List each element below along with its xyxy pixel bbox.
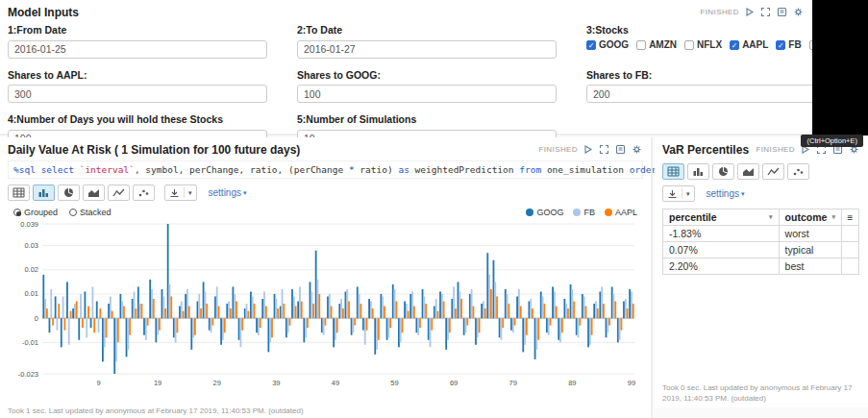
shortcut-tooltip: (Ctrl+Option+E) [801,135,863,147]
divider [682,188,682,199]
play-icon[interactable] [583,144,594,156]
bar-chart-area: 0.0390.030.020.010-0.01-0.02391929394959… [8,218,643,393]
paragraph-footer: Took 0 sec. Last updated by anonymous at… [662,383,860,405]
svg-text:19: 19 [154,379,161,387]
viz-table-button[interactable] [8,184,30,201]
viz-bar-chart-button[interactable] [687,163,709,180]
viz-table-button[interactable] [662,163,684,180]
svg-text:39: 39 [272,379,280,387]
stock-label: NFLX [697,39,722,50]
svg-text:99: 99 [628,379,635,387]
viz-line-chart-button[interactable] [762,163,784,180]
stock-checkbox-fb[interactable]: ✓FB [776,39,801,50]
caret-down-icon: ▾ [741,190,745,198]
chart-legend: GOOGFBAAPL [526,208,637,217]
table-cell [841,258,858,275]
svg-text:89: 89 [568,379,576,387]
legend-item-fb[interactable]: FB [573,208,595,217]
status-badge: FINISHED [700,8,739,16]
stock-label: AMZN [649,39,677,50]
var-bar-chart: 0.0390.030.020.010-0.01-0.02391929394959… [8,218,640,389]
settings-dropdown[interactable]: settings ▾ [707,188,745,199]
viz-line-chart-button[interactable] [108,184,130,201]
fullscreen-icon[interactable] [599,144,610,156]
gear-icon[interactable] [793,7,805,18]
bar-mode-radios: Grouped Stacked [13,208,112,217]
legend-label: GOOG [536,208,563,217]
grouped-radio[interactable]: Grouped [13,208,58,217]
table-cell [841,242,858,258]
svg-text:0.03: 0.03 [24,241,38,250]
shares-fb-input[interactable] [586,85,846,103]
svg-text:0.01: 0.01 [24,289,38,298]
viz-pie-chart-button[interactable] [58,184,80,201]
viz-area-chart-button[interactable] [83,184,105,201]
download-button[interactable]: ▾ [662,185,695,202]
column-header-outcome[interactable]: outcome▾ [779,209,841,226]
page-title: Model Inputs [8,6,79,19]
download-button[interactable]: ▾ [164,184,197,201]
stock-checkbox-aapl[interactable]: ✓AAPL [730,39,768,50]
grouped-label: Grouped [24,208,58,217]
editor-icon[interactable] [777,7,788,18]
radio-selected-icon [13,209,21,216]
paragraph-footer: Took 1 sec. Last updated by anonymous at… [8,406,304,415]
legend-item-goog[interactable]: GOOG [526,208,563,217]
viz-scatter-chart-button[interactable] [787,163,809,180]
legend-dot-icon [605,209,612,216]
caret-down-icon: ▾ [188,189,192,197]
settings-dropdown[interactable]: settings ▾ [209,187,247,198]
viz-area-chart-button[interactable] [737,163,759,180]
svg-text:49: 49 [332,379,339,387]
divider [184,187,185,198]
shares-goog-input[interactable] [297,85,557,103]
sims-label: 5:Number of Simulations [297,113,571,125]
shares-goog-label: Shares to GOOG: [297,69,571,81]
status-badge: FINISHED [538,145,578,154]
viz-bar-chart-button[interactable] [33,184,55,201]
table-header-row: percentile▾outcome▾≡ [663,209,859,226]
editor-icon[interactable] [615,144,627,156]
fullscreen-icon[interactable] [760,7,772,18]
table-cell: -1.83% [663,226,780,242]
percentiles-table: percentile▾outcome▾≡-1.83%worst0.07%typi… [662,209,859,275]
visualization-toolbar [662,163,860,180]
caret-down-icon: ▾ [686,190,690,198]
from-date-input[interactable] [8,40,267,59]
svg-text:69: 69 [450,379,458,387]
sort-caret-icon[interactable]: ▾ [769,213,773,221]
viz-pie-chart-button[interactable] [712,163,734,180]
shares-aapl-input[interactable] [8,85,267,103]
checkbox-icon [636,40,646,50]
stock-checkbox-nflx[interactable]: NFLX [684,39,722,50]
stacked-label: Stacked [80,208,112,217]
svg-text:59: 59 [390,379,398,387]
svg-text:0.039: 0.039 [20,220,38,229]
column-header-percentile[interactable]: percentile▾ [663,209,780,226]
shares-aapl-label: Shares to AAPL: [8,69,282,81]
svg-text:-0.023: -0.023 [18,370,38,379]
shares-goog-field: Shares to GOOG: [297,69,571,104]
gear-icon[interactable] [632,144,643,156]
sql-code-editor[interactable]: %sql select `interval`, symbol, perChang… [8,160,643,179]
stock-checkbox-amzn[interactable]: AMZN [636,39,677,50]
play-icon[interactable] [744,7,756,18]
model-inputs-paragraph: Model Inputs FINISHED 1:From Date 2:To D… [0,0,868,135]
shares-aapl-field: Shares to AAPL: [8,69,282,104]
legend-item-aapl[interactable]: AAPL [605,208,637,217]
stock-checkbox-goog[interactable]: ✓GOOG [586,39,629,50]
viz-scatter-chart-button[interactable] [133,184,155,201]
svg-text:0: 0 [35,314,38,323]
caret-down-icon: ▾ [243,189,247,197]
table-cell: typical [779,242,841,258]
stacked-radio[interactable]: Stacked [69,208,112,217]
chart-controls: Grouped Stacked GOOGFBAAPL [8,208,643,217]
sort-caret-icon[interactable]: ▾ [831,213,835,221]
table-menu-icon[interactable]: ≡ [841,209,858,226]
table-row: -1.83%worst [663,226,859,242]
table-title: VaR Percentiles [662,143,749,157]
settings-label: settings [209,187,241,198]
checkbox-checked-icon: ✓ [586,40,596,50]
status-badge: FINISHED [756,145,795,154]
to-date-input[interactable] [297,40,557,59]
